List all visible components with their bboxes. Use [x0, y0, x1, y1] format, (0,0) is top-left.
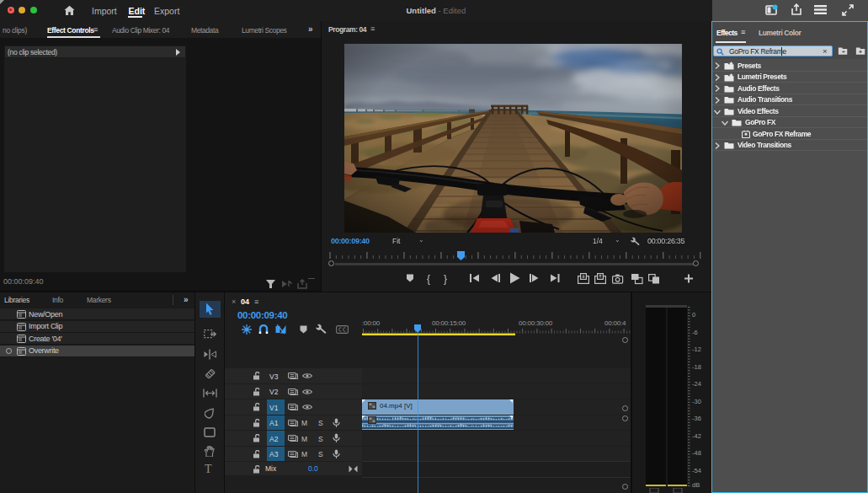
svg-text:}: }: [444, 273, 447, 285]
svg-text::00:00: :00:00: [362, 319, 381, 327]
svg-text:00:00:15:00: 00:00:15:00: [432, 319, 466, 327]
svg-text:00:00:4: 00:00:4: [604, 319, 626, 327]
svg-text:{: {: [427, 273, 430, 285]
svg-text:00:00:30:00: 00:00:30:00: [519, 319, 553, 327]
